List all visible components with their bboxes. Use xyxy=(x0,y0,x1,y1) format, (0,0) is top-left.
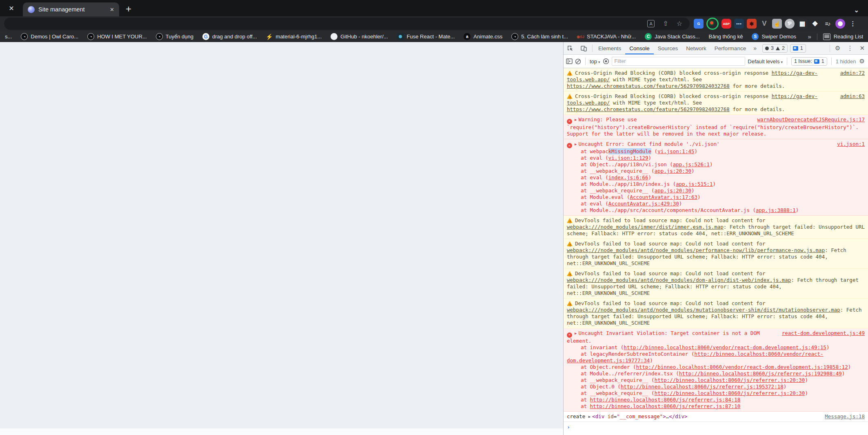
message-link[interactable]: https://www.chromestatus.com/feature/562… xyxy=(567,83,730,89)
adblock-plus-extension-icon[interactable]: ABP xyxy=(721,19,731,29)
devtools-tab-elements[interactable]: Elements xyxy=(594,42,625,54)
message-link[interactable]: webpack:///node_modules/immer/dist/immer… xyxy=(567,224,724,230)
message-link[interactable]: http://binneo.localhost:8060/js/referrer… xyxy=(621,384,784,390)
message-link[interactable]: http://binneo.localhost:8060/js/referrer… xyxy=(590,397,741,403)
p-extension-icon[interactable]: Ƥ xyxy=(785,19,795,29)
pointer-extension-icon[interactable]: ☝ xyxy=(772,19,782,29)
message-link[interactable]: app.js:20:30 xyxy=(655,187,691,194)
message-link[interactable]: http://binneo.localhost:8060/js/referrer… xyxy=(590,403,741,409)
console-filter-input[interactable] xyxy=(612,57,746,66)
message-link[interactable]: app.js:526:1 xyxy=(673,161,710,167)
tabstrip-chevron-icon[interactable]: ⌄ xyxy=(854,7,859,14)
message-link[interactable]: app.js:20:30 xyxy=(655,168,691,174)
bookmark-item[interactable]: Demos | Owl Caro... xyxy=(21,33,78,40)
message-source-link[interactable]: warnAboutDeprecatedCJSRequire.js:17 xyxy=(757,116,865,123)
message-link[interactable]: AccountAvatar.js:17:63 xyxy=(630,194,697,200)
bookmark-item[interactable]: s... xyxy=(5,33,12,40)
bookmark-item[interactable]: ⊛Fuse React - Mate... xyxy=(397,33,455,40)
message-source-link[interactable]: admin:63 xyxy=(840,93,865,100)
stack-frame: at __webpack_require__ (http://binneo.lo… xyxy=(567,377,865,384)
bug-reporter-extension-icon[interactable]: ✱ xyxy=(747,19,757,29)
devtools-tab-sources[interactable]: Sources xyxy=(654,42,682,54)
expand-arrow-icon[interactable]: ▶ xyxy=(575,116,577,123)
bookmark-item[interactable]: ⚡material-6-mjrhg1... xyxy=(266,33,322,40)
adguard-extension-icon[interactable] xyxy=(706,18,719,30)
translate-page-icon[interactable]: A xyxy=(647,20,655,27)
playlist-extension-icon[interactable]: ≡♪ xyxy=(823,19,832,29)
inspect-element-icon[interactable] xyxy=(564,45,577,52)
bookmark-star-icon[interactable]: ☆ xyxy=(677,20,682,27)
bookmark-item[interactable]: 5. Cách làm sinh t... xyxy=(511,33,568,40)
message-text: at Module../referrer/index.tsx ( xyxy=(581,370,679,377)
message-source-link[interactable]: admin:72 xyxy=(840,70,865,76)
bookmark-item[interactable]: Gdrag and drop off... xyxy=(202,33,257,40)
translate-extension-icon[interactable]: G xyxy=(694,19,704,29)
devtools-close-icon[interactable]: ✕ xyxy=(856,45,868,52)
expand-arrow-icon[interactable]: ▶ xyxy=(575,141,577,147)
more-tabs-icon[interactable]: » xyxy=(750,45,760,51)
message-link[interactable]: http://binneo.localhost:8060/vendor/reac… xyxy=(636,364,848,370)
message-source-link[interactable]: react-dom.development.js:49 xyxy=(782,330,865,337)
message-link[interactable]: http://binneo.localhost:8060/js/referrer… xyxy=(655,390,805,396)
message-text: at xyxy=(581,397,590,403)
bookmark-item[interactable]: CJava Stack Class... xyxy=(645,33,700,40)
bookmark-item[interactable]: SSwiper Demos xyxy=(752,33,796,40)
new-tab-button[interactable]: + xyxy=(126,3,131,15)
expand-arrow-icon[interactable]: ▶ xyxy=(575,330,577,337)
message-source-link[interactable]: Message.js:18 xyxy=(825,413,865,420)
bookmark-item[interactable]: HOW I MET YOUR... xyxy=(87,33,147,40)
message-link[interactable]: app.js:3888:1 xyxy=(756,207,796,213)
vue-devtools-extension-icon[interactable]: V xyxy=(759,19,769,29)
devtools-menu-kebab-icon[interactable]: ⋮ xyxy=(844,45,856,52)
reading-list-button[interactable]: Reading List xyxy=(823,33,863,40)
issues-badge[interactable]: 1 xyxy=(790,44,806,53)
devtools-tab-performance[interactable]: Performance xyxy=(710,42,750,54)
profile-avatar-icon[interactable] xyxy=(835,19,845,29)
extensions-puzzle-icon[interactable]: ❖ xyxy=(810,19,820,29)
message-link[interactable]: vi.json:1:129 xyxy=(608,155,648,161)
browser-tab[interactable]: Site management ✕ xyxy=(23,2,119,16)
clear-console-icon[interactable] xyxy=(575,58,581,65)
bookmark-item[interactable]: Tuyển dụng xyxy=(156,33,193,40)
devtools-tab-network[interactable]: Network xyxy=(682,42,710,54)
message-link[interactable]: app.js:515:1 xyxy=(676,181,713,187)
message-link[interactable]: webpack:///node_modules/antd/node_module… xyxy=(567,307,840,313)
bookmark-item[interactable]: aAnimate.css xyxy=(464,33,502,40)
message-link[interactable]: http://binneo.localhost:8060/vendor/reac… xyxy=(624,344,826,350)
devtools-tab-console[interactable]: Console xyxy=(625,42,654,54)
message-link[interactable]: webpack:///node_modules/antd/node_module… xyxy=(567,247,825,253)
window-close-icon[interactable]: ✕ xyxy=(0,0,23,16)
browser-menu-kebab-icon[interactable]: ⋮ xyxy=(848,19,858,29)
share-icon[interactable]: ⇧ xyxy=(663,20,668,27)
toolbar-divider xyxy=(592,45,593,52)
execution-context-selector[interactable]: top▾ xyxy=(590,58,600,65)
address-bar[interactable]: A ⇧ ☆ xyxy=(4,18,690,30)
console-prompt[interactable]: › xyxy=(564,422,868,433)
message-link[interactable]: vi.json:1:45 xyxy=(657,148,694,154)
password-manager-extension-icon[interactable]: ••• xyxy=(734,19,744,29)
message-link[interactable]: AccountAvatar.js:429:30 xyxy=(608,201,679,207)
bookmarks-overflow-icon[interactable]: » xyxy=(808,33,811,40)
console-settings-gear-icon[interactable]: ⚙ xyxy=(859,58,866,65)
expand-arrow-icon[interactable]: ▶ xyxy=(588,413,591,420)
bookmark-item[interactable]: ◉SJSTACKJAVA - Nhữ... xyxy=(577,33,636,40)
devtools-settings-gear-icon[interactable]: ⚙ xyxy=(832,45,844,52)
message-source-link[interactable]: vi.json:1 xyxy=(837,141,865,147)
message-link[interactable]: https://www.chromestatus.com/feature/562… xyxy=(567,106,730,112)
log-levels-dropdown[interactable]: Default levels▾ xyxy=(748,58,783,65)
bookmark-item[interactable]: Bảng thống kê xyxy=(709,33,743,40)
tab-close-icon[interactable]: ✕ xyxy=(110,7,114,13)
bookmark-item[interactable]: GitHub - nkoehler/... xyxy=(331,33,388,40)
live-expression-icon[interactable] xyxy=(603,58,609,65)
console-sidebar-toggle-icon[interactable] xyxy=(566,58,573,64)
message-link[interactable]: index.js:6:66 xyxy=(608,174,648,181)
message-link[interactable]: webpack:///node_modules/antd/node_module… xyxy=(567,277,791,283)
issues-counter-button[interactable]: 1 Issue: 1 xyxy=(791,57,827,66)
bookmarks-right-group: » Reading List xyxy=(808,33,863,40)
message-text: DevTools failed to load source map: Coul… xyxy=(575,300,766,306)
console-status-badge[interactable]: 3 2 xyxy=(762,44,788,53)
qr-code-extension-icon[interactable]: ▦ xyxy=(797,19,807,29)
message-link[interactable]: http://binneo.localhost:8060/js/referrer… xyxy=(679,370,842,377)
message-link[interactable]: http://binneo.localhost:8060/js/referrer… xyxy=(655,377,805,383)
device-toolbar-icon[interactable] xyxy=(577,45,591,52)
